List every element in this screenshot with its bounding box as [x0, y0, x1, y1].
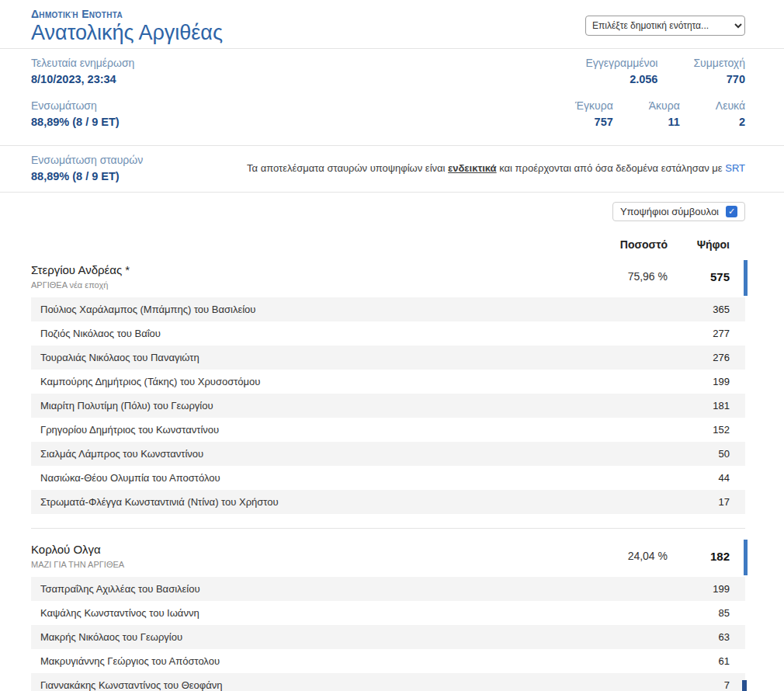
party-info: Στεργίου Ανδρέας *ΑΡΓΙΘΕΑ νέα εποχή — [31, 263, 582, 290]
councilor-votes: 365 — [675, 304, 745, 315]
municipal-unit-select[interactable]: Επιλέξτε δημοτική ενότητα... — [585, 16, 745, 36]
councilor-votes: 152 — [675, 424, 745, 436]
last-update-label: Τελευταία ενημέρωση — [31, 57, 134, 69]
councilor-votes: 276 — [675, 352, 745, 363]
percent-column-header: Ποσοστό — [582, 238, 675, 251]
party-percent: 75,96 % — [582, 270, 675, 283]
invalid-value: 11 — [649, 116, 680, 128]
councilor-votes: 44 — [675, 472, 745, 484]
page-header: Δημοτική Ενότητα Ανατολικής Αργιθέας Επι… — [0, 0, 784, 48]
valid-value: 757 — [575, 116, 613, 128]
party-name: ΜΑΖΙ ΓΙΑ ΤΗΝ ΑΡΓΙΘΕΑ — [31, 560, 582, 569]
councilors-toggle[interactable]: Υποψήφιοι σύμβουλοι — [612, 202, 745, 221]
councilor-row: Γρηγορίου Δημήτριος του Κωνσταντίνου152 — [31, 418, 745, 442]
councilor-name: Στρωματά-Φλέγγα Κωνσταντινιά (Ντίνα) του… — [31, 496, 675, 508]
councilor-name: Νασιώκα-Θέου Ολυμπία του Αποστόλου — [31, 472, 675, 484]
councilor-votes: 63 — [675, 631, 745, 643]
integration-value: 88,89% (8 / 9 ΕΤ) — [31, 116, 120, 128]
valid-label: Έγκυρα — [575, 99, 613, 112]
page-title: Ανατολικής Αργιθέας — [31, 21, 223, 45]
party-summary-row: Κορλού ΟλγαΜΑΖΙ ΓΙΑ ΤΗΝ ΑΡΓΙΘΕΑ24,04 %18… — [31, 540, 745, 577]
councilor-row: Μακρυγιάννης Γεώργιος του Απόστολου61 — [31, 649, 745, 673]
party-candidate-name: Στεργίου Ανδρέας * — [31, 263, 582, 276]
party-info: Κορλού ΟλγαΜΑΖΙ ΓΙΑ ΤΗΝ ΑΡΓΙΘΕΑ — [31, 543, 582, 569]
table-header-row: Ποσοστό Ψήφοι — [31, 238, 745, 251]
municipal-unit-kicker: Δημοτική Ενότητα — [31, 8, 223, 20]
councilor-votes: 199 — [675, 376, 745, 387]
councilor-name: Μιαρίτη Πολυτίμη (Πόλυ) του Γεωργίου — [31, 400, 675, 411]
councilor-row: Γιαννακάκης Κωνσταντίνος του Θεοφάνη7 — [31, 673, 745, 691]
party-votes: 182 — [675, 550, 745, 563]
councilor-votes: 50 — [675, 448, 745, 460]
registered-stat: Εγγεγραμμένοι 2.056 — [586, 57, 658, 85]
councilor-votes: 61 — [675, 655, 745, 667]
councilor-list: Τσαπραΐλης Αχιλλέας του Βασιλείου199Καψά… — [31, 577, 745, 691]
ballot-breakdown-group: Έγκυρα 757 Άκυρα 11 Λευκά 2 — [575, 99, 745, 128]
next-party-vote-bar — [742, 680, 747, 691]
councilor-name: Ποζιός Νικόλαος του Βαΐου — [31, 328, 675, 339]
participation-label: Συμμετοχή — [693, 57, 745, 69]
participation-stat: Συμμετοχή 770 — [693, 57, 745, 85]
councilor-row: Στρωματά-Φλέγγα Κωνσταντινιά (Ντίνα) του… — [31, 490, 745, 514]
last-update-value: 8/10/2023, 23:34 — [31, 73, 134, 85]
registered-label: Εγγεγραμμένοι — [586, 57, 658, 69]
councilor-name: Τουραλιάς Νικόλαος του Παναγιώτη — [31, 352, 675, 363]
party-summary-row: Στεργίου Ανδρέας *ΑΡΓΙΘΕΑ νέα εποχή75,96… — [31, 260, 745, 297]
councilor-row: Ποζιός Νικόλαος του Βαΐου277 — [31, 321, 745, 346]
councilor-votes: 181 — [675, 400, 745, 411]
votes-column-header: Ψήφοι — [675, 238, 745, 251]
councilors-toggle-label: Υποψήφιοι σύμβουλοι — [620, 206, 719, 217]
results-list: Στεργίου Ανδρέας *ΑΡΓΙΘΕΑ νέα εποχή75,96… — [31, 260, 745, 691]
stats-row-1: Τελευταία ενημέρωση 8/10/2023, 23:34 Εγγ… — [31, 57, 745, 85]
party-vote-bar — [744, 260, 748, 296]
stats-row-2: Ενσωμάτωση 88,89% (8 / 9 ΕΤ) Έγκυρα 757 … — [31, 99, 745, 128]
registered-value: 2.056 — [586, 73, 658, 85]
cross-integration-section: Ενσωμάτωση σταυρών 88,89% (8 / 9 ΕΤ) Τα … — [0, 145, 784, 193]
blank-label: Λευκά — [716, 99, 745, 112]
filter-row: Υποψήφιοι σύμβουλοι — [31, 202, 745, 221]
invalid-stat: Άκυρα 11 — [649, 99, 680, 128]
councilor-votes: 17 — [675, 496, 745, 508]
councilor-row: Τσαπραΐλης Αχιλλέας του Βασιλείου199 — [31, 577, 745, 601]
note-prefix: Τα αποτελέσματα σταυρών υποψηφίων είναι — [247, 162, 448, 174]
last-update: Τελευταία ενημέρωση 8/10/2023, 23:34 — [31, 57, 134, 85]
cross-integration-value: 88,89% (8 / 9 ΕΤ) — [31, 170, 143, 182]
party-block: Στεργίου Ανδρέας *ΑΡΓΙΘΕΑ νέα εποχή75,96… — [31, 260, 745, 514]
party-name: ΑΡΓΙΘΕΑ νέα εποχή — [31, 280, 582, 290]
party-candidate-name: Κορλού Ολγα — [31, 543, 582, 556]
councilor-name: Γρηγορίου Δημήτριος του Κωνσταντίνου — [31, 424, 675, 436]
councilor-name: Σιαλμάς Λάμπρος του Κωνσταντίνου — [31, 448, 675, 460]
councilor-name: Γιαννακάκης Κωνσταντίνος του Θεοφάνη — [31, 679, 675, 691]
councilor-row: Μακρής Νικόλαος του Γεωργίου63 — [31, 625, 745, 649]
councilor-row: Νασιώκα-Θέου Ολυμπία του Αποστόλου44 — [31, 466, 745, 490]
councilor-name: Πούλιος Χαράλαμπος (Μπάμπης) του Βασιλεί… — [31, 304, 675, 315]
councilor-name: Καμπούρης Δημήτριος (Τάκης) του Χρυσοστό… — [31, 376, 675, 387]
councilor-name: Μακρής Νικόλαος του Γεωργίου — [31, 631, 675, 643]
party-percent: 24,04 % — [582, 550, 675, 562]
councilor-name: Καψάλης Κωνσταντίνος του Ιωάννη — [31, 607, 675, 619]
results-section: Υποψήφιοι σύμβουλοι Ποσοστό Ψήφοι Στεργί… — [0, 193, 784, 691]
stats-section: Τελευταία ενημέρωση 8/10/2023, 23:34 Εγγ… — [0, 48, 784, 145]
councilor-votes: 85 — [675, 607, 745, 619]
disclaimer-note: Τα αποτελέσματα σταυρών υποψηφίων είναι … — [247, 162, 745, 174]
party-vote-bar — [744, 540, 748, 575]
councilor-name: Μακρυγιάννης Γεώργιος του Απόστολου — [31, 655, 675, 667]
integration-stat: Ενσωμάτωση 88,89% (8 / 9 ΕΤ) — [31, 99, 120, 128]
party-votes: 575 — [675, 270, 745, 283]
registered-participation-group: Εγγεγραμμένοι 2.056 Συμμετοχή 770 — [586, 57, 745, 85]
integration-label: Ενσωμάτωση — [31, 99, 120, 112]
header-titles: Δημοτική Ενότητα Ανατολικής Αργιθέας — [31, 8, 223, 45]
blank-value: 2 — [716, 116, 745, 128]
councilor-votes: 277 — [675, 328, 745, 339]
cross-integration-stat: Ενσωμάτωση σταυρών 88,89% (8 / 9 ΕΤ) — [31, 154, 143, 182]
councilor-row: Πούλιος Χαράλαμπος (Μπάμπης) του Βασιλεί… — [31, 297, 745, 321]
srt-link[interactable]: SRT — [725, 162, 745, 174]
councilor-list: Πούλιος Χαράλαμπος (Μπάμπης) του Βασιλεί… — [31, 297, 745, 514]
invalid-label: Άκυρα — [649, 99, 680, 112]
participation-value: 770 — [693, 73, 745, 85]
blank-stat: Λευκά 2 — [716, 99, 745, 128]
councilor-row: Σιαλμάς Λάμπρος του Κωνσταντίνου50 — [31, 442, 745, 466]
councilor-row: Καμπούρης Δημήτριος (Τάκης) του Χρυσοστό… — [31, 370, 745, 394]
note-middle: και προέρχονται από όσα δεδομένα εστάλησ… — [497, 162, 726, 174]
councilors-checkbox[interactable] — [726, 206, 737, 217]
